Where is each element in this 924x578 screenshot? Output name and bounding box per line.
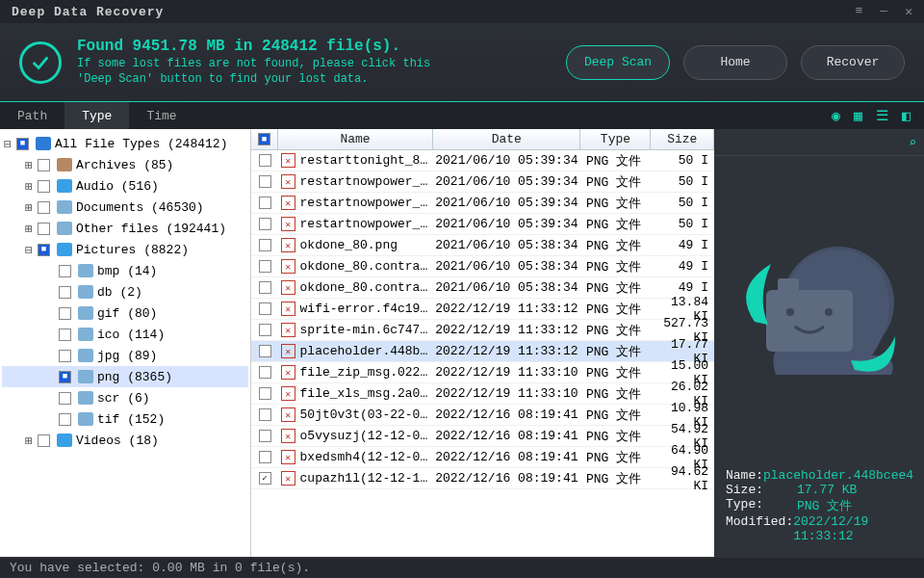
home-button[interactable]: Home <box>683 45 787 80</box>
file-row[interactable]: ✕okdone_80.contra...2021/06/10 05:38:34P… <box>251 256 714 277</box>
svg-rect-1 <box>766 290 853 352</box>
file-row[interactable]: ✕50jt0v3t(03-22-0...2022/12/16 08:19:41P… <box>251 405 714 426</box>
checkbox[interactable] <box>259 302 271 315</box>
checkbox[interactable] <box>259 197 271 209</box>
file-row[interactable]: ✕restartnowpower_...2021/06/10 05:39:34P… <box>251 193 714 214</box>
checkbox[interactable] <box>59 350 71 362</box>
checkbox[interactable] <box>59 413 71 426</box>
file-row[interactable]: ✕o5vysuzj(12-12-0...2022/12/16 08:19:41P… <box>251 426 714 447</box>
tree-row-documents[interactable]: ⊞Documents (46530) <box>2 197 248 218</box>
file-row[interactable]: ✕bxedsmh4(12-12-0...2022/12/16 08:19:41P… <box>251 447 714 468</box>
file-type: PNG 文件 <box>580 343 651 360</box>
file-row[interactable]: ✕okdone_80.contra...2021/06/10 05:38:34P… <box>251 277 714 299</box>
search-input[interactable] <box>722 135 909 149</box>
checkbox[interactable] <box>59 328 71 341</box>
close-icon[interactable]: ✕ <box>905 4 912 19</box>
file-row[interactable]: ✕wifi-error.f4c19...2022/12/19 11:33:12P… <box>251 299 714 320</box>
checkbox[interactable] <box>259 366 271 379</box>
file-row[interactable]: ✕file_zip_msg.022...2022/12/19 11:33:10P… <box>251 362 714 383</box>
checkbox[interactable]: ■ <box>38 244 50 256</box>
tree-row-pictures[interactable]: ⊟■Pictures (8822) <box>2 239 248 260</box>
sort-icon[interactable]: ◧ <box>902 107 911 125</box>
search-icon[interactable]: ⌕ <box>909 135 916 150</box>
tree-row-other-files[interactable]: ⊞Other files (192441) <box>2 218 248 239</box>
expand-icon[interactable]: ⊟ <box>2 137 13 151</box>
tree-row-db[interactable]: db (2) <box>2 281 248 302</box>
svg-rect-2 <box>778 278 799 296</box>
tab-type[interactable]: Type <box>64 102 129 129</box>
minimize-icon[interactable]: — <box>880 4 887 19</box>
tree-row-videos[interactable]: ⊞Videos (18) <box>2 430 248 451</box>
png-file-icon: ✕ <box>281 259 295 274</box>
folder-icon <box>78 391 93 405</box>
expand-icon[interactable]: ⊞ <box>23 179 35 194</box>
tab-path[interactable]: Path <box>0 102 64 129</box>
tree-row-tif[interactable]: tif (152) <box>2 408 248 430</box>
checkbox[interactable] <box>59 392 71 405</box>
file-row[interactable]: ✕restarttonight_8...2021/06/10 05:39:34P… <box>251 150 714 171</box>
checkbox[interactable] <box>259 387 271 400</box>
checkbox[interactable] <box>259 345 271 357</box>
checkbox[interactable] <box>38 434 50 447</box>
file-row[interactable]: ✕file_xls_msg.2a0...2022/12/19 11:33:10P… <box>251 383 714 405</box>
grid-view-icon[interactable]: ▦ <box>854 107 862 125</box>
checkbox[interactable]: ✓ <box>259 472 271 485</box>
tree-row-ico[interactable]: ico (114) <box>2 324 248 345</box>
file-row[interactable]: ✓✕cupazh1l(12-12-1...2022/12/16 08:19:41… <box>251 468 714 489</box>
file-row[interactable]: ✕okdone_80.png2021/06/10 05:38:34PNG 文件4… <box>251 235 714 256</box>
checkbox[interactable] <box>59 286 71 299</box>
tab-time[interactable]: Time <box>129 102 193 129</box>
png-file-icon: ✕ <box>281 429 295 443</box>
tree-row-audio[interactable]: ⊞Audio (516) <box>2 175 248 197</box>
file-name: o5vysuzj(12-12-0... <box>298 429 433 443</box>
menu-icon[interactable]: ≡ <box>856 4 863 19</box>
recover-button[interactable]: Recover <box>801 45 905 80</box>
list-view-icon[interactable]: ☰ <box>876 107 888 125</box>
tree-row-png[interactable]: ■png (8365) <box>2 366 248 387</box>
type-tree: ⊟■All File Types (248412)⊞Archives (85)⊞… <box>0 129 250 557</box>
tree-row-archives[interactable]: ⊞Archives (85) <box>2 154 248 175</box>
col-size[interactable]: Size <box>651 129 714 149</box>
deep-scan-button[interactable]: Deep Scan <box>566 45 670 80</box>
expand-icon[interactable]: ⊞ <box>23 158 35 172</box>
tree-row-bmp[interactable]: bmp (14) <box>2 260 248 281</box>
expand-icon[interactable]: ⊞ <box>23 200 35 215</box>
folder-icon <box>57 243 72 256</box>
checkbox[interactable] <box>38 180 50 193</box>
checkbox[interactable] <box>259 324 271 336</box>
checkbox[interactable]: ■ <box>59 371 71 383</box>
checkbox[interactable] <box>38 201 50 214</box>
file-date: 2021/06/10 05:39:34 <box>433 196 580 210</box>
checkbox[interactable] <box>259 154 271 167</box>
file-row[interactable]: ✕restartnowpower_...2021/06/10 05:39:34P… <box>251 171 714 193</box>
checkbox[interactable] <box>38 159 50 171</box>
tree-row-all-file-types[interactable]: ⊟■All File Types (248412) <box>2 133 248 154</box>
checkbox[interactable]: ■ <box>16 138 29 150</box>
folder-icon <box>57 434 72 447</box>
tree-label: Pictures (8822) <box>76 243 189 257</box>
col-date[interactable]: Date <box>433 129 580 149</box>
file-row[interactable]: ✕restartnowpower_...2021/06/10 05:39:34P… <box>251 214 714 235</box>
checkbox[interactable] <box>259 260 271 273</box>
checkbox[interactable] <box>59 307 71 320</box>
file-row[interactable]: ✕placeholder.448b...2022/12/19 11:33:12P… <box>251 341 714 362</box>
checkbox[interactable] <box>259 239 271 251</box>
tree-row-scr[interactable]: scr (6) <box>2 387 248 408</box>
col-name[interactable]: Name <box>278 129 433 149</box>
tree-row-gif[interactable]: gif (80) <box>2 302 248 324</box>
checkbox[interactable] <box>259 218 271 230</box>
col-type[interactable]: Type <box>580 129 651 149</box>
checkbox[interactable] <box>38 223 50 235</box>
checkbox[interactable] <box>259 430 271 442</box>
expand-icon[interactable]: ⊞ <box>23 222 35 236</box>
checkbox[interactable] <box>259 408 271 421</box>
tree-row-jpg[interactable]: jpg (89) <box>2 345 248 366</box>
checkbox[interactable] <box>259 175 271 188</box>
checkbox[interactable] <box>59 265 71 277</box>
file-row[interactable]: ✕sprite-min.6c747...2022/12/19 11:33:12P… <box>251 320 714 341</box>
expand-icon[interactable]: ⊟ <box>23 243 35 257</box>
expand-icon[interactable]: ⊞ <box>23 434 35 448</box>
checkbox[interactable] <box>259 451 271 463</box>
checkbox[interactable] <box>259 281 271 294</box>
preview-toggle-icon[interactable]: ◉ <box>832 107 840 125</box>
